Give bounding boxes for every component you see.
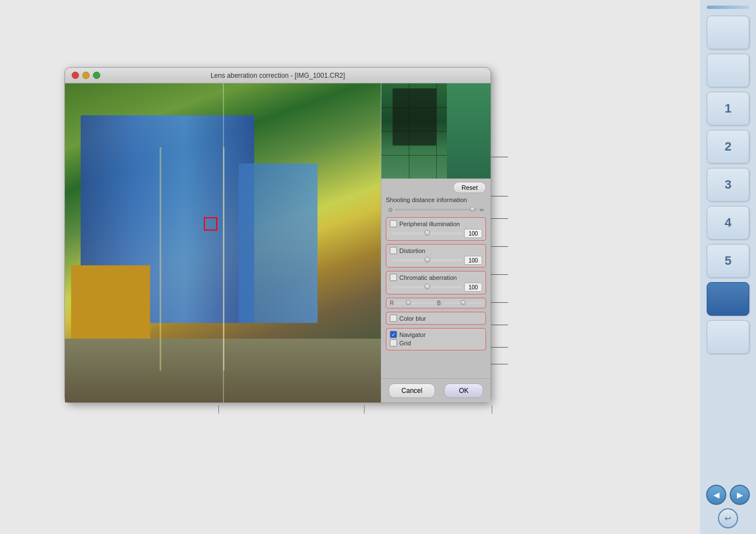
sidebar-btn-4[interactable]: 4 <box>707 206 749 240</box>
annotation-line-9 <box>491 364 508 364</box>
infinity-symbol: ∞ <box>480 207 484 213</box>
right-sidebar: 1 2 3 4 5 ◀ ▶ ↩ <box>700 0 756 534</box>
sidebar-btn-top2[interactable] <box>707 54 749 87</box>
grid-row: Grid <box>390 339 482 346</box>
focus-box <box>204 217 217 231</box>
peripheral-slider-row: 100 <box>390 229 482 238</box>
distortion-value[interactable]: 100 <box>464 256 482 265</box>
ok-button[interactable]: OK <box>444 383 483 398</box>
main-image-area[interactable] <box>65 83 381 402</box>
distortion-slider-thumb <box>424 257 430 263</box>
peripheral-label: Peripheral illumination <box>399 221 460 227</box>
annotation-line-3 <box>491 218 508 219</box>
distortion-label: Distortion <box>399 247 425 254</box>
chromatic-slider-thumb <box>424 284 430 289</box>
annotation-line-4 <box>491 246 508 247</box>
right-panel: Reset Shooting distance information ⊙ ∞ <box>381 83 491 402</box>
maximize-button[interactable] <box>93 72 100 79</box>
dialog-buttons: Cancel OK <box>381 378 491 402</box>
distance-slider-row: ⊙ ∞ <box>386 207 486 213</box>
r-slider[interactable] <box>396 302 435 304</box>
window-title: Lens aberration correction - [IMG_1001.C… <box>211 72 345 79</box>
nav-prev-next-row: ◀ ▶ <box>706 485 750 505</box>
peripheral-value[interactable]: 100 <box>464 229 482 238</box>
split-line <box>223 83 224 402</box>
traffic-lights <box>72 72 100 79</box>
sidebar-btn-top1[interactable] <box>707 16 749 49</box>
peripheral-group: Peripheral illumination 100 <box>386 217 486 241</box>
annotation-line-2 <box>491 196 508 196</box>
annotation-line-5 <box>491 274 508 275</box>
b-slider[interactable] <box>444 302 483 304</box>
peripheral-checkbox[interactable] <box>390 220 397 227</box>
bottom-tick-2 <box>364 405 365 414</box>
title-bar: Lens aberration correction - [IMG_1001.C… <box>65 68 491 83</box>
annotation-line-7 <box>491 325 508 325</box>
distortion-row: Distortion <box>390 247 482 254</box>
sidebar-btn-1[interactable]: 1 <box>707 92 749 125</box>
sidebar-btn-3[interactable]: 3 <box>707 168 749 202</box>
sidebar-progress-bar <box>707 6 749 9</box>
distortion-slider[interactable] <box>392 259 462 261</box>
chromatic-label: Chromatic aberration <box>399 274 457 281</box>
color-blur-label: Color blur <box>399 315 426 322</box>
navigator-grid-section: Navigator Grid <box>386 328 486 350</box>
main-photo <box>65 83 381 402</box>
chromatic-group: Chromatic aberration 100 <box>386 271 486 294</box>
annotation-line-1 <box>491 157 508 157</box>
chromatic-slider[interactable] <box>392 286 462 288</box>
nav-icons: ◀ ▶ ↩ <box>706 485 750 528</box>
reset-row: Reset <box>386 182 486 193</box>
bottom-tick-1 <box>218 405 219 414</box>
chromatic-slider-row: 100 <box>390 283 482 292</box>
peripheral-row: Peripheral illumination <box>390 220 482 227</box>
reset-button[interactable]: Reset <box>453 182 486 193</box>
distance-icon: ⊙ <box>388 207 393 213</box>
sidebar-btn-2[interactable]: 2 <box>707 130 749 163</box>
b-label: B <box>437 300 442 306</box>
dialog-window: Lens aberration correction - [IMG_1001.C… <box>64 67 491 403</box>
annotation-line-6 <box>491 302 508 303</box>
nav-prev-button[interactable]: ◀ <box>706 485 726 505</box>
controls-area: Reset Shooting distance information ⊙ ∞ <box>381 179 491 378</box>
sidebar-btn-5[interactable]: 5 <box>707 244 749 278</box>
distortion-group: Distortion 100 <box>386 244 486 268</box>
cancel-button[interactable]: Cancel <box>389 383 435 398</box>
sidebar-btn-bottom[interactable] <box>707 320 749 354</box>
color-blur-group: Color blur <box>386 312 486 325</box>
sidebar-btn-active[interactable] <box>707 282 749 316</box>
nav-next-button[interactable]: ▶ <box>730 485 750 505</box>
navigator-label: Navigator <box>399 331 426 338</box>
bottom-tick-3 <box>492 405 492 414</box>
chromatic-checkbox[interactable] <box>390 274 397 281</box>
minimize-button[interactable] <box>82 72 90 79</box>
distortion-checkbox[interactable] <box>390 247 397 254</box>
peripheral-slider-thumb <box>424 230 430 236</box>
color-blur-checkbox[interactable] <box>390 315 397 322</box>
b-slider-thumb <box>460 300 465 305</box>
navigator-checkbox[interactable] <box>390 331 397 338</box>
r-label: R <box>390 300 394 306</box>
rb-sliders-row: R B <box>386 298 486 308</box>
chromatic-row: Chromatic aberration <box>390 274 482 281</box>
dialog-content: Reset Shooting distance information ⊙ ∞ <box>65 83 491 402</box>
nav-return-button[interactable]: ↩ <box>718 508 738 528</box>
shooting-distance-label: Shooting distance information <box>386 196 486 203</box>
chromatic-value[interactable]: 100 <box>464 283 482 292</box>
close-button[interactable] <box>72 72 79 79</box>
distortion-slider-row: 100 <box>390 256 482 265</box>
navigator-row: Navigator <box>390 331 482 338</box>
annotation-line-8 <box>491 347 508 348</box>
peripheral-slider[interactable] <box>392 232 462 235</box>
grid-checkbox[interactable] <box>390 339 397 346</box>
preview-image[interactable] <box>381 83 491 179</box>
grid-label: Grid <box>399 340 411 346</box>
r-slider-thumb <box>405 300 410 305</box>
